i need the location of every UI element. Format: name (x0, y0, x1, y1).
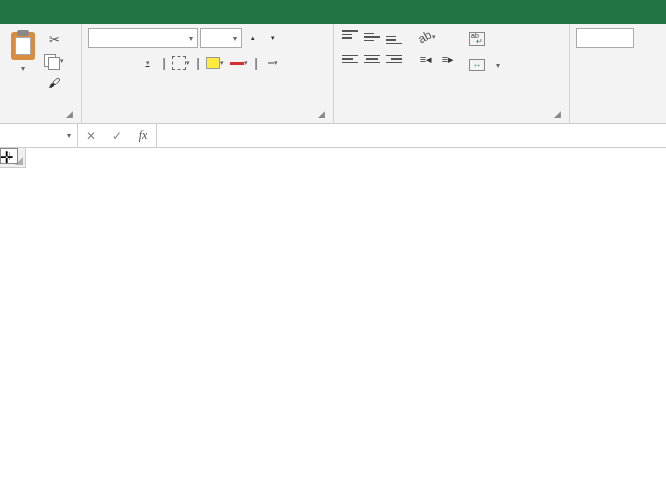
number-format-select[interactable]: ▾ (576, 28, 634, 48)
name-box[interactable]: ▾ (0, 124, 78, 147)
phonetic-button[interactable]: ▾ (262, 52, 284, 74)
align-top-button[interactable] (340, 28, 360, 46)
wrap-icon (469, 32, 485, 46)
formula-input[interactable] (157, 124, 666, 147)
chevron-down-icon: ▾ (189, 34, 193, 43)
align-middle-button[interactable] (362, 28, 382, 46)
group-alignment: ab▾ ≡◂ ≡▸ ▾ ◢ (334, 24, 570, 123)
paste-icon (9, 30, 37, 60)
copy-button[interactable]: ▾ (44, 52, 64, 70)
autofill-options-button[interactable] (0, 148, 18, 164)
merge-center-button[interactable]: ▾ (466, 54, 503, 76)
align-left-button[interactable] (340, 50, 360, 68)
insert-function-button[interactable]: fx (130, 124, 156, 147)
paste-button[interactable]: ▾ (6, 28, 40, 92)
copy-icon (44, 54, 60, 68)
format-painter-button[interactable] (44, 74, 64, 92)
rotate-icon: ab (416, 28, 435, 47)
font-color-button[interactable]: ▾ (228, 52, 250, 74)
increase-indent-button[interactable]: ≡▸ (438, 50, 458, 68)
align-right-button[interactable] (384, 50, 404, 68)
italic-button[interactable] (112, 52, 134, 74)
font-color-icon (230, 62, 244, 65)
chevron-down-icon: ▾ (67, 131, 71, 140)
scissors-icon (49, 32, 60, 47)
border-icon (172, 56, 186, 70)
dialog-launcher-icon[interactable]: ◢ (66, 109, 73, 119)
cut-button[interactable] (44, 30, 64, 48)
merge-icon (469, 59, 485, 71)
dialog-launcher-icon[interactable]: ◢ (318, 109, 325, 119)
ribbon-body: ▾ ▾ ◢ ▾ ▾ ▴ ▾ ▾ | ▾ | (0, 24, 666, 124)
cancel-formula-button[interactable]: ✕ (78, 124, 104, 147)
underline-button[interactable]: ▾ (136, 52, 158, 74)
enter-formula-button[interactable]: ✓ (104, 124, 130, 147)
chevron-down-icon: ▾ (21, 64, 25, 73)
decrease-indent-button[interactable]: ≡◂ (416, 50, 436, 68)
wrap-text-button[interactable] (466, 28, 503, 50)
font-size-select[interactable]: ▾ (200, 28, 242, 48)
chevron-down-icon: ▾ (233, 34, 237, 43)
fill-icon (206, 57, 220, 69)
increase-font-button[interactable]: ▴ (244, 29, 262, 47)
decrease-font-button[interactable]: ▾ (264, 29, 282, 47)
dialog-launcher-icon[interactable]: ◢ (554, 109, 561, 119)
brush-icon (48, 76, 60, 90)
fill-color-button[interactable]: ▾ (204, 52, 226, 74)
align-center-button[interactable] (362, 50, 382, 68)
border-button[interactable]: ▾ (170, 52, 192, 74)
group-number: ▾ (570, 24, 656, 123)
font-name-select[interactable]: ▾ (88, 28, 198, 48)
ribbon-tabs (0, 0, 666, 24)
bold-button[interactable] (88, 52, 110, 74)
formula-bar: ▾ ✕ ✓ fx (0, 124, 666, 148)
spreadsheet-grid[interactable] (0, 148, 666, 500)
group-font: ▾ ▾ ▴ ▾ ▾ | ▾ | ▾ ▾ | ▾ ◢ (82, 24, 334, 123)
group-clipboard: ▾ ▾ ◢ (0, 24, 82, 123)
align-bottom-button[interactable] (384, 28, 404, 46)
orientation-button[interactable]: ab▾ (416, 28, 438, 46)
